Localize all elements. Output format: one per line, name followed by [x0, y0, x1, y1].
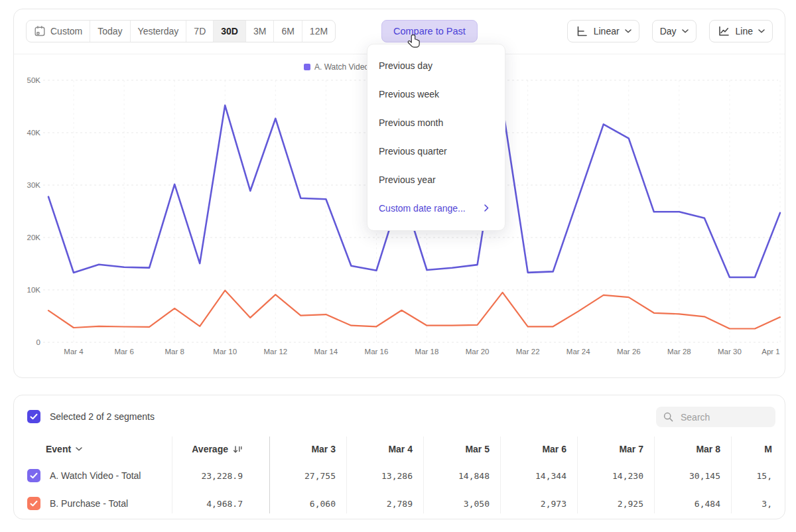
- preset-custom[interactable]: Custom: [27, 21, 90, 42]
- preset-12m[interactable]: 12M: [302, 21, 335, 42]
- scale-selector-button[interactable]: Linear: [567, 20, 639, 42]
- y-axis-tick-label: 10K: [27, 286, 41, 294]
- chevron-down-icon: [76, 447, 82, 451]
- segment-checkbox[interactable]: [27, 469, 40, 482]
- day-column-header: Mar 6: [500, 444, 577, 454]
- menu-item-label: Previous quarter: [379, 146, 447, 157]
- day-column-header: Mar 5: [423, 444, 500, 454]
- interval-selector-button[interactable]: Day: [652, 20, 696, 42]
- scale-selector-label: Linear: [594, 26, 620, 36]
- preset-label: Yesterday: [138, 26, 179, 36]
- day-value-cell: 2,925: [577, 499, 654, 509]
- x-axis-tick-label: Mar 4: [64, 348, 84, 356]
- event-header-label: Event: [46, 444, 71, 454]
- preset-yesterday[interactable]: Yesterday: [130, 21, 186, 42]
- y-axis-tick-label: 30K: [27, 181, 41, 189]
- day-value-cell: 6,484: [654, 499, 731, 509]
- preset-7d[interactable]: 7D: [186, 21, 213, 42]
- day-value-cell: 13,286: [346, 471, 423, 481]
- day-value-cell: 3,050: [423, 499, 500, 509]
- y-axis-tick-label: 50K: [27, 76, 41, 84]
- check-icon: [30, 472, 38, 479]
- segment-label: A. Watch Video - Total: [50, 470, 141, 481]
- interval-selector-label: Day: [660, 26, 677, 36]
- event-cell: A. Watch Video - Total: [14, 469, 172, 482]
- selected-summary: Selected 2 of 2 segments: [50, 411, 155, 422]
- day-value-cell: 30,145: [654, 471, 731, 481]
- x-axis-tick-label: Mar 18: [415, 348, 439, 356]
- chevron-down-icon: [625, 29, 631, 33]
- preset-today[interactable]: Today: [90, 21, 129, 42]
- chevron-right-icon: [484, 204, 489, 212]
- select-all-row: Selected 2 of 2 segments: [27, 410, 155, 423]
- segment-checkbox[interactable]: [27, 497, 40, 510]
- preset-30d[interactable]: 30D: [213, 21, 245, 42]
- day-value-cell: 2,789: [346, 499, 423, 509]
- chevron-down-icon: [758, 29, 765, 33]
- x-axis-tick-label: Mar 10: [213, 348, 237, 356]
- menu-item-previous-year[interactable]: Previous year: [367, 165, 505, 194]
- chart-toolbar: CustomTodayYesterday7D30D3M6M12M Compare…: [26, 20, 773, 42]
- calendar-icon: [34, 25, 46, 37]
- chart-display-controls: Linear Day: [567, 20, 773, 42]
- x-axis-tick-label: Mar 8: [165, 348, 184, 356]
- average-cell: 23,228.9: [172, 471, 269, 481]
- average-value: 23,228.9: [201, 471, 243, 481]
- check-icon: [30, 500, 38, 507]
- analytics-dashboard: CustomTodayYesterday7D30D3M6M12M Compare…: [0, 0, 796, 532]
- menu-item-previous-quarter[interactable]: Previous quarter: [367, 137, 505, 165]
- sort-descending-icon: [232, 444, 243, 454]
- preset-label: Custom: [50, 26, 82, 36]
- axis-linear-icon: [575, 25, 588, 38]
- search-input[interactable]: [679, 411, 769, 423]
- average-cell: 4,968.7: [172, 499, 269, 509]
- table-row: A. Watch Video - Total23,228.927,75513,2…: [14, 462, 785, 490]
- select-all-checkbox[interactable]: [27, 410, 40, 423]
- preset-3m[interactable]: 3M: [245, 21, 273, 42]
- legend-swatch: [304, 64, 310, 70]
- day-value-cell: 2,973: [500, 499, 577, 509]
- segments-table: EventAverageMar 3Mar 4Mar 5Mar 6Mar 7Mar…: [14, 436, 785, 517]
- menu-item-label: Previous year: [379, 174, 436, 185]
- line-chart-icon: [717, 25, 730, 38]
- menu-item-label: Previous month: [379, 117, 443, 128]
- clipped-column-header: M: [731, 444, 785, 454]
- x-axis-tick-label: Mar 16: [365, 348, 389, 356]
- preset-label: 12M: [310, 26, 328, 36]
- x-axis-tick-label: Mar 26: [617, 348, 641, 356]
- segments-table-card: Selected 2 of 2 segments EventAverageMar…: [13, 395, 785, 519]
- x-axis-tick-label: Mar 12: [263, 348, 287, 356]
- day-value-cell: 14,344: [500, 471, 577, 481]
- search-icon: [663, 411, 674, 423]
- menu-item-previous-week[interactable]: Previous week: [367, 80, 505, 108]
- menu-item-previous-day[interactable]: Previous day: [367, 51, 505, 80]
- search-box: [656, 407, 775, 427]
- day-column-header: Mar 4: [346, 444, 423, 454]
- day-column-header: Mar 3: [269, 444, 346, 454]
- menu-item-label: Previous week: [379, 89, 439, 100]
- day-column-header: Mar 8: [654, 444, 731, 454]
- table-header-row: EventAverageMar 3Mar 4Mar 5Mar 6Mar 7Mar…: [14, 436, 785, 462]
- compare-to-past-menu: Previous dayPrevious weekPrevious monthP…: [367, 44, 505, 231]
- average-value: 4,968.7: [206, 499, 243, 509]
- compare-to-past-button[interactable]: Compare to Past: [381, 20, 478, 42]
- series-line-b-purchase-total: [48, 291, 780, 329]
- x-axis-tick-label: Mar 20: [466, 348, 490, 356]
- menu-item-label: Previous day: [379, 60, 432, 71]
- preset-label: 30D: [221, 26, 238, 36]
- check-icon: [30, 413, 38, 420]
- y-axis-tick-label: 0: [36, 338, 40, 346]
- average-column-header[interactable]: Average: [172, 444, 269, 454]
- x-axis-tick-label: Mar 28: [667, 348, 691, 356]
- chart-type-selector-label: Line: [736, 26, 753, 36]
- event-column-header[interactable]: Event: [14, 444, 172, 454]
- menu-item-custom-date-range[interactable]: Custom date range...: [367, 194, 505, 222]
- day-value-cell: 14,230: [577, 471, 654, 481]
- event-cell: B. Purchase - Total: [14, 497, 172, 510]
- x-axis-tick-label: Mar 22: [516, 348, 540, 356]
- x-axis-tick-label: Apr 1: [762, 348, 780, 356]
- table-row: B. Purchase - Total4,968.76,0602,7893,05…: [14, 490, 785, 517]
- preset-6m[interactable]: 6M: [273, 21, 301, 42]
- menu-item-previous-month[interactable]: Previous month: [367, 108, 505, 137]
- chart-type-selector-button[interactable]: Line: [709, 20, 773, 42]
